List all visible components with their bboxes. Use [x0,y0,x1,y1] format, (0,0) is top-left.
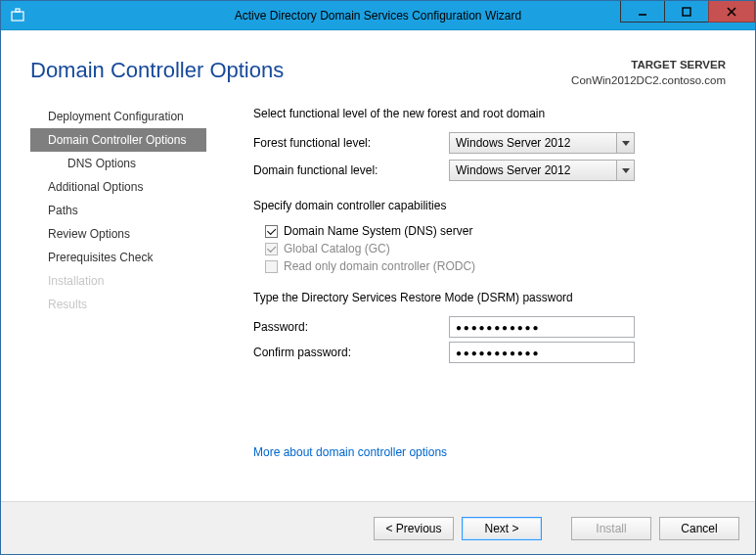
previous-button[interactable]: < Previous [374,517,454,540]
sidebar-item-results: Results [30,293,206,316]
chevron-down-icon [616,133,634,153]
gc-checkbox [265,243,278,255]
maximize-button[interactable] [664,1,709,23]
dns-checkbox[interactable] [265,225,278,238]
app-icon [9,7,26,24]
window-controls [621,1,755,23]
confirm-password-field[interactable] [449,342,635,363]
sidebar-item-installation: Installation [30,269,206,293]
titlebar: Active Directory Domain Services Configu… [1,1,755,30]
domain-level-value: Windows Server 2012 [456,163,570,177]
next-button[interactable]: Next > [462,517,542,540]
step-sidebar: Deployment Configuration Domain Controll… [30,105,206,501]
sidebar-item-dns-options[interactable]: DNS Options [30,152,206,175]
sidebar-item-deployment[interactable]: Deployment Configuration [30,105,206,128]
domain-level-dropdown[interactable]: Windows Server 2012 [449,160,635,181]
func-level-heading: Select functional level of the new fores… [253,107,726,120]
svg-marker-7 [622,168,630,173]
confirm-password-label: Confirm password: [253,346,449,359]
cancel-button[interactable]: Cancel [659,517,739,540]
forest-level-value: Windows Server 2012 [456,136,570,150]
help-link[interactable]: More about domain controller options [253,445,447,459]
password-label: Password: [253,320,449,334]
capabilities-heading: Specify domain controller capabilities [253,199,726,212]
forest-level-dropdown[interactable]: Windows Server 2012 [449,132,635,154]
page-title: Domain Controller Options [30,58,284,83]
sidebar-item-review[interactable]: Review Options [30,222,206,246]
svg-rect-1 [16,9,20,12]
rodc-checkbox [265,260,278,273]
main-panel: Select functional level of the new fores… [218,105,726,501]
svg-rect-0 [12,12,23,21]
sidebar-item-paths[interactable]: Paths [30,199,206,222]
target-server-value: ConWin2012DC2.contoso.com [571,73,726,89]
wizard-window: Active Directory Domain Services Configu… [0,0,756,555]
wizard-footer: < Previous Next > Install Cancel [1,501,755,554]
domain-level-label: Domain functional level: [253,163,449,177]
dns-checkbox-label: Domain Name System (DNS) server [284,224,472,238]
rodc-checkbox-label: Read only domain controller (RODC) [284,259,475,273]
sidebar-item-additional[interactable]: Additional Options [30,175,206,199]
password-field[interactable] [449,316,635,338]
forest-level-label: Forest functional level: [253,136,449,150]
sidebar-item-prereq[interactable]: Prerequisites Check [30,246,206,269]
dsrm-heading: Type the Directory Services Restore Mode… [253,291,726,304]
close-button[interactable] [708,1,755,23]
content-area: Domain Controller Options TARGET SERVER … [1,30,755,501]
sidebar-item-dc-options[interactable]: Domain Controller Options [30,128,206,152]
minimize-button[interactable] [620,1,665,23]
target-server-block: TARGET SERVER ConWin2012DC2.contoso.com [571,58,726,88]
svg-marker-6 [622,141,630,146]
target-server-label: TARGET SERVER [571,58,726,73]
install-button: Install [571,517,651,540]
svg-rect-3 [683,8,690,16]
gc-checkbox-label: Global Catalog (GC) [284,242,390,255]
chevron-down-icon [616,161,634,180]
